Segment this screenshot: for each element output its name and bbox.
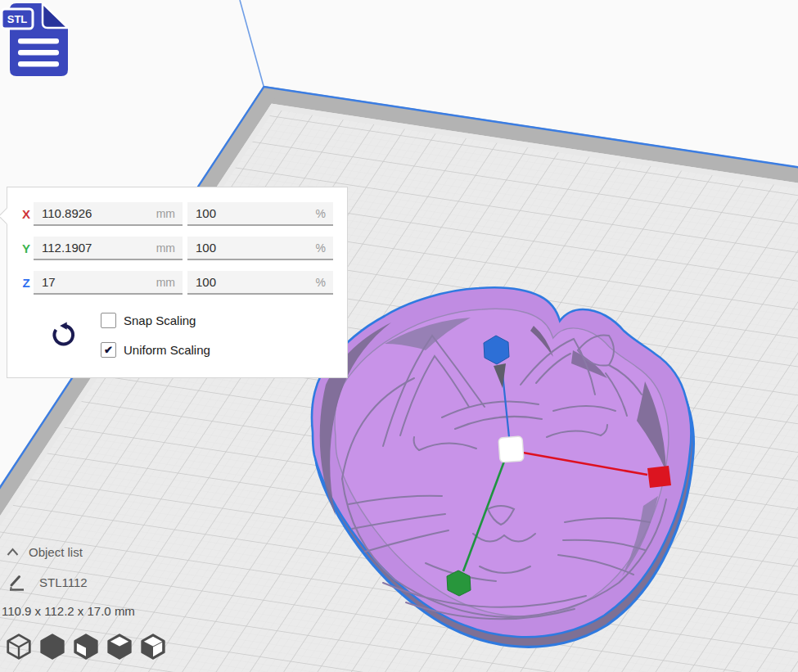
reset-scale-button[interactable] <box>50 320 78 350</box>
page-fold <box>43 3 68 28</box>
object-list-header[interactable]: Object list <box>7 545 83 559</box>
stl-file-icon[interactable]: STL <box>0 0 75 82</box>
handle-x-red[interactable] <box>647 466 671 488</box>
scale-row-z: Z mm % <box>7 271 347 296</box>
model-dimensions-readout: 110.9 x 112.2 x 17.0 mm <box>2 604 135 618</box>
uniform-scaling-checkbox[interactable]: ✔ <box>101 342 116 358</box>
view-top-button[interactable] <box>72 633 100 662</box>
scale-x-mm-input[interactable] <box>34 202 183 224</box>
view-top-icon <box>72 633 100 661</box>
view-right-button[interactable] <box>139 633 167 662</box>
snap-scaling-label: Snap Scaling <box>124 313 196 327</box>
axis-x-label: X <box>19 207 34 221</box>
axis-y-label: Y <box>19 241 34 255</box>
view-left-icon <box>106 633 133 661</box>
scale-row-y: Y mm % <box>7 237 347 262</box>
axis-z-label: Z <box>19 276 34 290</box>
viewport-3d[interactable]: STL X mm % Y mm % <box>0 0 798 672</box>
object-item-name: STL1112 <box>39 575 88 589</box>
uniform-check-glyph: ✔ <box>104 344 113 356</box>
snap-scaling-checkbox[interactable] <box>101 313 116 328</box>
uniform-scaling-label: Uniform Scaling <box>124 343 210 357</box>
reset-arrow-icon <box>50 320 78 350</box>
plate-corner-axis-line <box>240 0 264 86</box>
scale-row-x: X mm % <box>7 202 347 228</box>
view-3d-button[interactable] <box>5 633 33 662</box>
scale-y-percent-input[interactable] <box>187 237 333 259</box>
view-front-icon <box>38 633 66 661</box>
camera-view-toolbar <box>5 633 167 662</box>
chevron-up-icon <box>7 548 19 557</box>
scale-x-percent-input[interactable] <box>187 202 333 224</box>
object-list-title: Object list <box>29 545 83 559</box>
view-3d-icon <box>5 633 33 661</box>
scale-z-mm-input[interactable] <box>34 271 183 293</box>
view-front-button[interactable] <box>38 633 66 662</box>
scale-tool-panel: X mm % Y mm % Z mm <box>7 187 348 378</box>
scale-y-mm-input[interactable] <box>34 237 183 259</box>
handle-center-white[interactable] <box>498 436 524 462</box>
rename-pencil-icon <box>8 574 25 591</box>
view-left-button[interactable] <box>106 633 133 662</box>
object-list-item[interactable]: STL1112 <box>8 574 88 591</box>
view-right-icon <box>139 633 167 661</box>
stl-badge-label: STL <box>7 13 28 25</box>
scale-z-percent-input[interactable] <box>187 271 333 293</box>
